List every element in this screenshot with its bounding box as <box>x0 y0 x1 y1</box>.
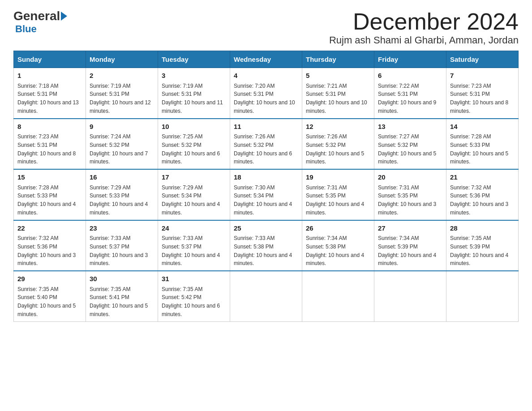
calendar-week-row: 29 Sunrise: 7:35 AMSunset: 5:40 PMDaylig… <box>14 271 519 321</box>
calendar-cell: 31 Sunrise: 7:35 AMSunset: 5:42 PMDaylig… <box>158 271 230 321</box>
calendar-cell: 28 Sunrise: 7:35 AMSunset: 5:39 PMDaylig… <box>446 220 519 271</box>
day-info: Sunrise: 7:33 AMSunset: 5:38 PMDaylight:… <box>234 235 292 266</box>
logo: General Blue <box>13 9 69 35</box>
calendar-cell <box>374 271 446 321</box>
day-number: 14 <box>450 122 515 132</box>
calendar-cell: 25 Sunrise: 7:33 AMSunset: 5:38 PMDaylig… <box>230 220 302 271</box>
location-title: Rujm ash Shami al Gharbi, Amman, Jordan <box>329 34 519 46</box>
day-number: 22 <box>17 223 82 234</box>
weekday-header-wednesday: Wednesday <box>230 51 302 68</box>
calendar-cell: 2 Sunrise: 7:19 AMSunset: 5:31 PMDayligh… <box>86 68 158 119</box>
day-number: 28 <box>450 223 515 234</box>
day-info: Sunrise: 7:31 AMSunset: 5:35 PMDaylight:… <box>378 184 436 216</box>
calendar-cell: 17 Sunrise: 7:29 AMSunset: 5:34 PMDaylig… <box>158 169 230 220</box>
day-info: Sunrise: 7:34 AMSunset: 5:39 PMDaylight:… <box>378 235 436 266</box>
day-info: Sunrise: 7:29 AMSunset: 5:33 PMDaylight:… <box>90 184 148 216</box>
calendar-week-row: 22 Sunrise: 7:32 AMSunset: 5:36 PMDaylig… <box>14 220 519 271</box>
day-info: Sunrise: 7:29 AMSunset: 5:34 PMDaylight:… <box>162 184 220 216</box>
calendar-cell: 22 Sunrise: 7:32 AMSunset: 5:36 PMDaylig… <box>14 220 86 271</box>
day-info: Sunrise: 7:25 AMSunset: 5:32 PMDaylight:… <box>162 133 220 165</box>
day-info: Sunrise: 7:26 AMSunset: 5:32 PMDaylight:… <box>306 133 364 165</box>
calendar-cell: 14 Sunrise: 7:28 AMSunset: 5:33 PMDaylig… <box>446 119 519 170</box>
calendar-cell: 9 Sunrise: 7:24 AMSunset: 5:32 PMDayligh… <box>86 119 158 170</box>
day-number: 29 <box>17 274 82 284</box>
day-info: Sunrise: 7:20 AMSunset: 5:31 PMDaylight:… <box>234 83 295 114</box>
month-title: December 2024 <box>329 9 519 34</box>
weekday-header-saturday: Saturday <box>446 51 519 68</box>
day-number: 7 <box>450 71 515 81</box>
logo-general-text: General <box>13 9 60 23</box>
day-info: Sunrise: 7:33 AMSunset: 5:37 PMDaylight:… <box>90 235 148 266</box>
calendar-cell: 30 Sunrise: 7:35 AMSunset: 5:41 PMDaylig… <box>86 271 158 321</box>
calendar-cell: 18 Sunrise: 7:30 AMSunset: 5:34 PMDaylig… <box>230 169 302 220</box>
day-number: 23 <box>90 223 154 234</box>
calendar-week-row: 15 Sunrise: 7:28 AMSunset: 5:33 PMDaylig… <box>14 169 519 220</box>
calendar-cell: 23 Sunrise: 7:33 AMSunset: 5:37 PMDaylig… <box>86 220 158 271</box>
day-info: Sunrise: 7:33 AMSunset: 5:37 PMDaylight:… <box>162 235 220 266</box>
calendar-cell: 4 Sunrise: 7:20 AMSunset: 5:31 PMDayligh… <box>230 68 302 119</box>
day-info: Sunrise: 7:31 AMSunset: 5:35 PMDaylight:… <box>306 184 364 216</box>
calendar-cell: 3 Sunrise: 7:19 AMSunset: 5:31 PMDayligh… <box>158 68 230 119</box>
day-info: Sunrise: 7:34 AMSunset: 5:38 PMDaylight:… <box>306 235 364 266</box>
calendar-cell: 7 Sunrise: 7:23 AMSunset: 5:31 PMDayligh… <box>446 68 519 119</box>
calendar-cell <box>446 271 519 321</box>
day-number: 18 <box>234 172 298 183</box>
day-number: 9 <box>90 122 154 132</box>
day-info: Sunrise: 7:23 AMSunset: 5:31 PMDaylight:… <box>450 83 508 114</box>
day-number: 31 <box>162 274 226 284</box>
day-number: 6 <box>378 71 442 81</box>
day-info: Sunrise: 7:19 AMSunset: 5:31 PMDaylight:… <box>162 83 223 114</box>
calendar-cell: 24 Sunrise: 7:33 AMSunset: 5:37 PMDaylig… <box>158 220 230 271</box>
day-number: 2 <box>90 71 154 81</box>
day-number: 4 <box>234 71 298 81</box>
calendar-cell: 15 Sunrise: 7:28 AMSunset: 5:33 PMDaylig… <box>14 169 86 220</box>
calendar-cell: 27 Sunrise: 7:34 AMSunset: 5:39 PMDaylig… <box>374 220 446 271</box>
day-number: 25 <box>234 223 298 234</box>
day-info: Sunrise: 7:28 AMSunset: 5:33 PMDaylight:… <box>450 133 508 165</box>
calendar-cell: 13 Sunrise: 7:27 AMSunset: 5:32 PMDaylig… <box>374 119 446 170</box>
logo-blue-text: Blue <box>15 23 37 35</box>
calendar-cell: 6 Sunrise: 7:22 AMSunset: 5:31 PMDayligh… <box>374 68 446 119</box>
day-number: 1 <box>17 71 82 81</box>
calendar-cell: 1 Sunrise: 7:18 AMSunset: 5:31 PMDayligh… <box>14 68 86 119</box>
day-number: 26 <box>306 223 370 234</box>
day-number: 8 <box>17 122 82 132</box>
day-number: 27 <box>378 223 442 234</box>
day-number: 10 <box>162 122 226 132</box>
day-number: 11 <box>234 122 298 132</box>
calendar-week-row: 1 Sunrise: 7:18 AMSunset: 5:31 PMDayligh… <box>14 68 519 119</box>
day-number: 12 <box>306 122 370 132</box>
calendar-table: SundayMondayTuesdayWednesdayThursdayFrid… <box>13 51 519 322</box>
weekday-header-tuesday: Tuesday <box>158 51 230 68</box>
calendar-cell: 10 Sunrise: 7:25 AMSunset: 5:32 PMDaylig… <box>158 119 230 170</box>
calendar-cell <box>302 271 374 321</box>
calendar-cell: 26 Sunrise: 7:34 AMSunset: 5:38 PMDaylig… <box>302 220 374 271</box>
day-info: Sunrise: 7:28 AMSunset: 5:33 PMDaylight:… <box>17 184 76 216</box>
day-info: Sunrise: 7:30 AMSunset: 5:34 PMDaylight:… <box>234 184 292 216</box>
day-number: 13 <box>378 122 442 132</box>
calendar-week-row: 8 Sunrise: 7:23 AMSunset: 5:31 PMDayligh… <box>14 119 519 170</box>
day-number: 30 <box>90 274 154 284</box>
calendar-cell: 11 Sunrise: 7:26 AMSunset: 5:32 PMDaylig… <box>230 119 302 170</box>
weekday-header-sunday: Sunday <box>14 51 86 68</box>
calendar-cell <box>230 271 302 321</box>
day-info: Sunrise: 7:35 AMSunset: 5:40 PMDaylight:… <box>17 286 76 317</box>
calendar-cell: 5 Sunrise: 7:21 AMSunset: 5:31 PMDayligh… <box>302 68 374 119</box>
weekday-header-friday: Friday <box>374 51 446 68</box>
logo-blue-part <box>60 12 69 21</box>
day-info: Sunrise: 7:26 AMSunset: 5:32 PMDaylight:… <box>234 133 292 165</box>
day-number: 3 <box>162 71 226 81</box>
day-info: Sunrise: 7:32 AMSunset: 5:36 PMDaylight:… <box>17 235 76 266</box>
day-info: Sunrise: 7:22 AMSunset: 5:31 PMDaylight:… <box>378 83 436 114</box>
calendar-cell: 8 Sunrise: 7:23 AMSunset: 5:31 PMDayligh… <box>14 119 86 170</box>
day-number: 21 <box>450 172 515 183</box>
day-info: Sunrise: 7:27 AMSunset: 5:32 PMDaylight:… <box>378 133 436 165</box>
day-info: Sunrise: 7:32 AMSunset: 5:36 PMDaylight:… <box>450 184 508 216</box>
title-area: December 2024 Rujm ash Shami al Gharbi, … <box>329 9 519 46</box>
day-number: 5 <box>306 71 370 81</box>
weekday-header-thursday: Thursday <box>302 51 374 68</box>
day-info: Sunrise: 7:24 AMSunset: 5:32 PMDaylight:… <box>90 133 148 165</box>
day-number: 15 <box>17 172 82 183</box>
day-number: 24 <box>162 223 226 234</box>
day-info: Sunrise: 7:19 AMSunset: 5:31 PMDaylight:… <box>90 83 151 114</box>
